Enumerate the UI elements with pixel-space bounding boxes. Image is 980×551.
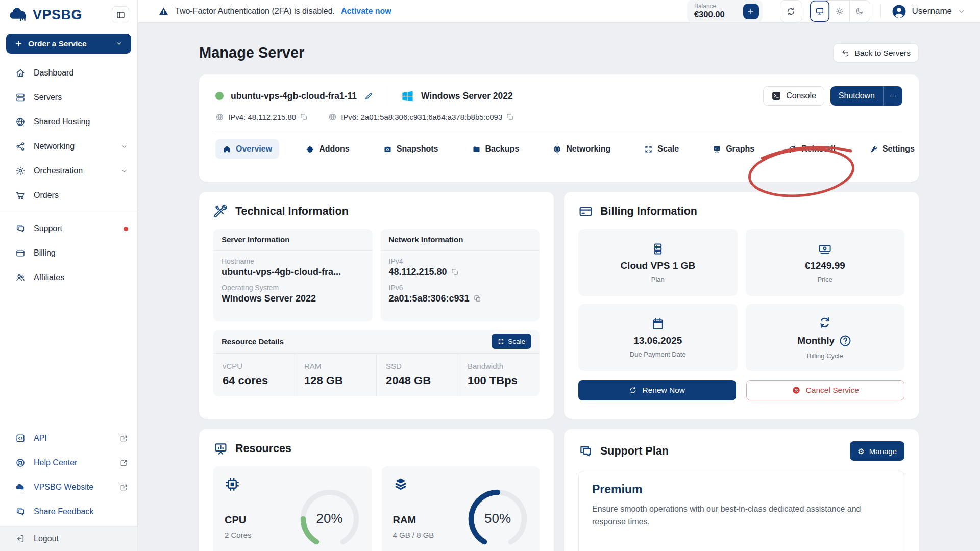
sidebar-item-label: Orders (34, 191, 59, 200)
shutdown-more-button[interactable] (884, 92, 902, 101)
edit-icon[interactable] (364, 91, 374, 101)
resource-label: Bandwidth (468, 362, 530, 370)
resource-bandwidth: Bandwidth 100 TBps (458, 354, 540, 396)
balance-label: Balance (694, 3, 725, 10)
ipv6-label: IPv6 (389, 284, 532, 292)
monitor-icon (815, 7, 824, 16)
sidebar-item-help-center[interactable]: Help Center (0, 450, 137, 475)
ipv6-address: IPv6: 2a01:5a8:306:c931:6a64:a378:b8b5:c… (328, 113, 514, 121)
resource-label: vCPU (223, 362, 285, 370)
topbar: Two-Factor Authentication (2FA) is disab… (138, 0, 980, 23)
billing-information-card: Billing Information Cloud VPS 1 GB Plan … (564, 192, 919, 419)
theme-dark-button[interactable] (850, 1, 870, 22)
globe-icon (15, 117, 26, 127)
theme-light-button[interactable] (830, 1, 850, 22)
billing-value: €1249.99 (805, 260, 845, 271)
card-title: Billing Information (600, 205, 697, 218)
tab-settings[interactable]: Settings (862, 139, 922, 159)
cancel-service-label: Cancel Service (806, 386, 859, 395)
theme-system-button[interactable] (810, 1, 830, 22)
sidebar-item-shared-hosting[interactable]: Shared Hosting (0, 110, 137, 134)
shutdown-button[interactable]: Shutdown (830, 86, 902, 106)
chevron-down-icon (957, 7, 966, 16)
tab-graphs[interactable]: Graphs (705, 139, 762, 159)
console-button[interactable]: Console (763, 86, 824, 106)
panel-title: Server Information (213, 229, 373, 251)
cancel-service-button[interactable]: Cancel Service (746, 380, 905, 400)
main-area: Two-Factor Authentication (2FA) is disab… (138, 0, 980, 551)
tab-backups[interactable]: Backups (465, 139, 527, 159)
sidebar-item-label: Share Feedback (34, 507, 93, 516)
copy-icon[interactable] (474, 295, 481, 303)
tab-scale[interactable]: Scale (637, 139, 686, 159)
folder-icon (472, 145, 481, 154)
resource-value: 100 TBps (468, 374, 530, 387)
sidebar-divider (0, 212, 137, 212)
cpu-gauge: 20% (299, 488, 360, 549)
server-stack-icon (651, 242, 665, 256)
hostname-label: Hostname (222, 257, 364, 265)
console-label: Console (786, 91, 816, 101)
ipv4-text: IPv4: 48.112.215.80 (228, 113, 296, 121)
x-circle-icon (792, 386, 801, 395)
sidebar-item-servers[interactable]: Servers (0, 85, 137, 110)
refresh-button[interactable] (780, 0, 802, 22)
sun-icon (835, 7, 844, 16)
vpsbg-logo[interactable]: VPSBG (8, 7, 82, 23)
resource-details-panel: Resource Details Scale vCPU 64 cores (213, 330, 540, 396)
tab-networking[interactable]: Networking (546, 139, 618, 159)
tab-snapshots[interactable]: Snapshots (376, 139, 446, 159)
tab-reinstall[interactable]: Reinstall (781, 139, 843, 159)
sidebar-item-billing[interactable]: Billing (0, 241, 137, 265)
back-to-servers-button[interactable]: Back to Servers (833, 43, 919, 62)
sidebar-item-label: VPSBG Website (34, 483, 93, 492)
chat-icon (15, 507, 26, 517)
sidebar-item-vpsbg-website[interactable]: VPSBG Website (0, 475, 137, 499)
plus-icon (747, 7, 755, 15)
server-information-panel: Server Information Hostname ubuntu-vps-4… (213, 229, 373, 321)
user-menu[interactable]: Username (891, 4, 966, 19)
manage-support-button[interactable]: ⚙ Manage (850, 441, 904, 461)
resource-label: SSD (386, 362, 449, 370)
tab-addons[interactable]: Addons (299, 139, 357, 159)
copy-icon[interactable] (300, 113, 308, 121)
tab-label: Snapshots (397, 144, 438, 154)
sidebar-collapse-button[interactable] (112, 6, 129, 23)
sidebar-item-dashboard[interactable]: Dashboard (0, 61, 137, 85)
sidebar-item-orchestration[interactable]: Orchestration (0, 159, 137, 183)
add-funds-button[interactable] (743, 4, 759, 19)
lifebuoy-icon (15, 458, 26, 468)
sidebar-item-affiliates[interactable]: Affiliates (0, 265, 137, 290)
sidebar-item-label: Support (34, 224, 62, 233)
tab-label: Graphs (726, 144, 754, 154)
back-arrow-icon (841, 48, 850, 57)
renew-now-button[interactable]: Renew Now (578, 380, 736, 400)
sidebar-item-networking[interactable]: Networking (0, 134, 137, 159)
sidebar-item-label: Dashboard (34, 68, 74, 78)
sidebar-item-api[interactable]: API (0, 426, 137, 450)
copy-icon[interactable] (451, 268, 459, 276)
tab-overview[interactable]: Overview (215, 139, 279, 159)
billing-label: Price (817, 276, 832, 283)
server-name: ubuntu-vps-4gb-cloud-fra1-11 (231, 91, 357, 102)
support-plan-card: Support Plan ⚙ Manage Premium Ensure smo… (564, 429, 919, 551)
tab-label: Settings (883, 144, 915, 154)
resource-vcpu: vCPU 64 cores (213, 354, 295, 396)
panel-title: Resource Details (222, 337, 284, 346)
expand-icon (644, 145, 653, 154)
sidebar-item-share-feedback[interactable]: Share Feedback (0, 499, 137, 524)
sidebar-item-support[interactable]: Support (0, 216, 137, 241)
logout-icon (15, 534, 26, 544)
scale-button[interactable]: Scale (492, 334, 531, 349)
copy-icon[interactable] (506, 113, 514, 121)
order-a-service-button[interactable]: Order a Service (6, 34, 131, 54)
2fa-alert: Two-Factor Authentication (2FA) is disab… (158, 6, 391, 17)
activate-now-link[interactable]: Activate now (341, 7, 391, 16)
tab-label: Scale (657, 144, 679, 154)
panel-icon (116, 10, 126, 20)
billing-value: 13.06.2025 (633, 335, 682, 346)
logout-button[interactable]: Logout (0, 527, 137, 551)
refresh-cycle-icon (818, 315, 832, 330)
windows-logo-icon (401, 89, 414, 103)
sidebar-item-orders[interactable]: Orders (0, 183, 137, 208)
